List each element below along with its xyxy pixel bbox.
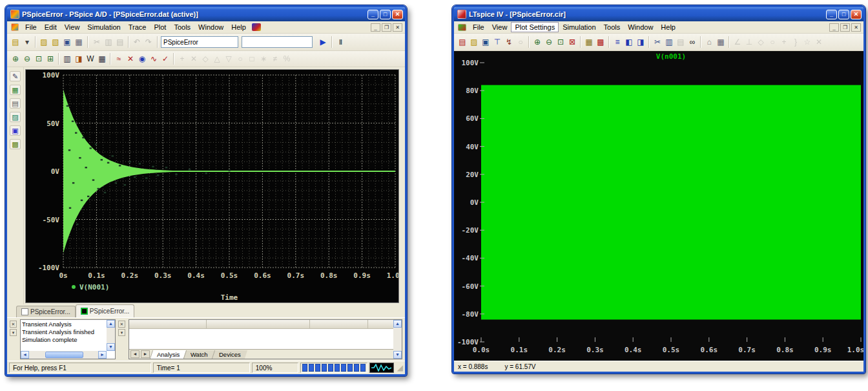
control-panel-icon[interactable]: ⊤ — [491, 36, 503, 48]
cursor-next-icon[interactable]: ∗ — [258, 53, 269, 65]
tab-scroll-left-icon[interactable]: ◄ — [130, 350, 140, 358]
watch-table-body[interactable] — [129, 329, 402, 349]
menu-view[interactable]: View — [488, 22, 512, 32]
zoom-out-icon[interactable]: ⊖ — [21, 53, 33, 65]
new-schematic-icon[interactable]: ▤ — [457, 36, 468, 48]
watch-window[interactable]: ◄ ► AnalysisWatchDevices ▲ ▼ — [129, 319, 402, 359]
cursor-search-icon[interactable]: □ — [246, 53, 258, 65]
edit-profile-icon[interactable]: ✎ — [10, 71, 21, 81]
mdi-minimize-button[interactable]: _ — [829, 23, 839, 32]
menu-help[interactable]: Help — [657, 22, 679, 32]
scroll-up-icon[interactable]: ▲ — [393, 320, 402, 328]
copy-icon[interactable]: ▥ — [103, 36, 114, 48]
maximize-button[interactable]: □ — [380, 10, 391, 19]
menu-window[interactable]: Window — [194, 22, 227, 32]
resistor-tool-icon[interactable]: + — [778, 36, 790, 48]
minimize-button[interactable]: _ — [826, 10, 837, 19]
pause-simulation-icon[interactable]: ‖ — [335, 36, 347, 48]
cursor-toggle-icon[interactable]: ◉ — [136, 53, 148, 65]
output-panel-close-button[interactable]: ✕ — [10, 321, 17, 328]
close-button[interactable]: ✕ — [392, 10, 403, 19]
menu-file[interactable]: File — [21, 22, 41, 32]
hscroll-thumb[interactable] — [45, 352, 84, 358]
new-file-icon[interactable]: ▤ — [10, 36, 21, 48]
menu-edit[interactable]: Edit — [41, 22, 61, 32]
tile-windows-icon[interactable]: ≡ — [612, 36, 623, 48]
cursor-trough-icon[interactable]: ✕ — [188, 53, 200, 65]
cursor-label-icon[interactable]: % — [281, 53, 293, 65]
sync-axis-icon[interactable]: W — [85, 53, 96, 65]
run-to-time-field[interactable] — [242, 36, 313, 48]
close-button[interactable]: ✕ — [851, 10, 862, 19]
run-profile-icon[interactable]: ▦ — [10, 85, 21, 95]
menu-window[interactable]: Window — [624, 22, 657, 32]
add-trace-icon[interactable]: ∿ — [148, 53, 160, 65]
view-circuit-icon[interactable]: ▨ — [10, 112, 21, 122]
open-icon[interactable]: ▨ — [468, 36, 480, 48]
cursor-prev-icon[interactable]: ≠ — [269, 53, 281, 65]
find-icon[interactable]: ∞ — [687, 36, 698, 48]
print-icon[interactable]: ▦ — [73, 36, 85, 48]
output-window[interactable]: Transient AnalysisTransient Analysis fin… — [20, 319, 116, 359]
cursor-point-icon[interactable]: ○ — [234, 53, 246, 65]
delete-tool-icon[interactable]: ✕ — [813, 36, 825, 48]
delete-trace-icon[interactable]: ✕ — [125, 53, 136, 65]
scroll-down-icon[interactable]: ▼ — [107, 343, 115, 351]
new-file-dropdown-icon[interactable]: ▾ — [21, 36, 33, 48]
scroll-left-icon[interactable]: ◄ — [21, 351, 29, 359]
watch-tab-devices[interactable]: Devices — [212, 350, 247, 359]
library-icon[interactable]: ⌂ — [703, 36, 715, 48]
grid-icon[interactable]: ▦ — [583, 36, 595, 48]
scroll-up-icon[interactable]: ▲ — [107, 320, 115, 328]
watch-vscrollbar[interactable]: ▲ ▼ — [393, 320, 402, 359]
menu-simulation[interactable]: Simulation — [83, 22, 124, 32]
menu-tools[interactable]: Tools — [600, 22, 625, 32]
add-plot-icon[interactable]: ◨ — [73, 53, 85, 65]
resize-grip[interactable]: ◢ — [397, 363, 403, 373]
zoom-full-icon[interactable]: ⊡ — [555, 36, 566, 48]
zoom-in-icon[interactable]: ⊕ — [532, 36, 543, 48]
open-recent-icon[interactable]: ▧ — [50, 36, 61, 48]
capacitor-tool-icon[interactable]: ○ — [767, 36, 778, 48]
maximize-button[interactable]: □ — [838, 10, 849, 19]
view-results-icon[interactable]: ▣ — [10, 125, 21, 136]
menu-trace[interactable]: Trace — [125, 22, 150, 32]
component-tool-icon[interactable]: ☆ — [801, 36, 813, 48]
zoom-out-icon[interactable]: ⊖ — [543, 36, 555, 48]
tab-pspice-schematic[interactable]: PSpiceError... — [16, 306, 76, 317]
menu-file[interactable]: File — [469, 22, 488, 32]
scroll-down-icon[interactable]: ▼ — [393, 351, 402, 359]
zoom-in-icon[interactable]: ⊕ — [10, 53, 21, 65]
print-icon[interactable]: ▦ — [715, 36, 727, 48]
run-icon[interactable]: ↯ — [503, 36, 515, 48]
redo-icon[interactable]: ↷ — [143, 36, 154, 48]
tab-pspice-waveform[interactable]: PSpiceError... — [76, 304, 135, 317]
menu-tools[interactable]: Tools — [170, 22, 194, 32]
watch-tab-analysis[interactable]: Analysis — [150, 350, 187, 359]
zoom-fit-icon[interactable]: ⊞ — [45, 53, 56, 65]
menu-plot[interactable]: Plot — [150, 22, 170, 32]
tab-scroll-right-icon[interactable]: ► — [141, 350, 150, 358]
mdi-restore-button[interactable]: ❐ — [840, 23, 850, 32]
paste-icon[interactable]: ▤ — [114, 36, 126, 48]
mdi-close-button[interactable]: ✕ — [393, 23, 402, 32]
menu-simulation[interactable]: Simulation — [559, 22, 599, 32]
ltspice-titlebar[interactable]: LTspice IV - [PSpiceError.cir] _ □ ✕ — [454, 7, 863, 21]
copy-icon[interactable]: ▥ — [663, 36, 675, 48]
open-icon[interactable]: ▨ — [38, 36, 50, 48]
run-simulation-icon[interactable]: ▶ — [317, 36, 329, 48]
cursor-peak-icon[interactable]: + — [176, 53, 188, 65]
menu-help[interactable]: Help — [227, 22, 250, 32]
zoom-extents-icon[interactable]: ⊠ — [566, 36, 578, 48]
view-output-icon[interactable]: ▩ — [10, 139, 21, 149]
simulation-profile-combo[interactable] — [161, 36, 238, 48]
copy-bitmap-icon[interactable]: ◧ — [623, 36, 635, 48]
zoom-area-icon[interactable]: ⊡ — [33, 53, 45, 65]
ltspice-waveform-plot[interactable]: 100V80V60V40V20V0V-20V-40V-60V-80V-100V0… — [454, 51, 863, 361]
save-icon[interactable]: ▣ — [480, 36, 491, 48]
cursor-max-icon[interactable]: ▽ — [223, 53, 234, 65]
halt-icon[interactable]: ○ — [515, 36, 526, 48]
paste-bitmap-icon[interactable]: ◨ — [635, 36, 646, 48]
mdi-close-button[interactable]: ✕ — [851, 23, 861, 32]
mdi-restore-button[interactable]: ❐ — [382, 23, 391, 32]
